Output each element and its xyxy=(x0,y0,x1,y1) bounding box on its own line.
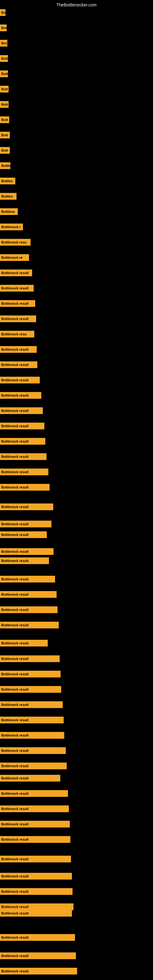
bottleneck-bar: Bottlen xyxy=(0,193,16,200)
bottleneck-bar: Bottleneck result xyxy=(0,836,70,843)
bottleneck-bar: Bottleneck result xyxy=(0,732,64,739)
bar-item: Bott xyxy=(0,55,8,62)
bar-item: Bottleneck result xyxy=(0,805,69,812)
bar-item: Bottleneck result xyxy=(0,968,77,975)
bottleneck-bar: Bottleneck r xyxy=(0,224,23,230)
bottleneck-bar: Bottleneck result xyxy=(0,821,70,827)
bar-item: Bottleneck r xyxy=(0,224,23,230)
bottleneck-bar: Bo xyxy=(0,9,5,16)
bottleneck-bar: Bott xyxy=(0,116,9,123)
bottleneck-bar: Bottleneck result xyxy=(0,392,41,399)
bar-item: Bottleneck result xyxy=(0,790,68,797)
bottleneck-bar: Bottleneck result xyxy=(0,686,61,693)
bottleneck-bar: Bottleneck result xyxy=(0,576,55,582)
bottleneck-bar: Bottleneck resu xyxy=(0,331,34,337)
bottleneck-bar: Bottleneck result xyxy=(0,856,71,862)
bar-item: Bottleneck result xyxy=(0,717,64,723)
bottleneck-bar: Bott xyxy=(0,101,9,108)
bottleneck-bar: Bottleneck result xyxy=(0,671,61,678)
bottleneck-bar: Bottleneck result xyxy=(0,300,35,307)
bottleneck-bar: Bottleneck result xyxy=(0,453,46,460)
bottleneck-bar: Bottleneck result xyxy=(0,520,51,527)
bottleneck-bar: Bottleneck result xyxy=(0,790,68,797)
bottleneck-bar: Bottleneck result xyxy=(0,953,76,959)
bar-item: Bottleneck result xyxy=(0,484,49,491)
bar-item: Bo xyxy=(0,9,5,16)
bar-item: Bottleneck result xyxy=(0,407,43,414)
bar-item: Bottleneck result xyxy=(0,934,75,941)
bottleneck-bar: Bottleneck result xyxy=(0,591,57,598)
bar-item: Bottleneck result xyxy=(0,300,35,307)
bar-item: Bottleneck result xyxy=(0,591,57,598)
bar-item: Bottleneck result xyxy=(0,548,54,555)
bottleneck-bar: Bottleneck result xyxy=(0,640,48,646)
bar-item: Bottleneck result xyxy=(0,775,60,781)
bar-item: Bottleneck result xyxy=(0,762,67,769)
bar-item: Bottleneck result xyxy=(0,377,40,383)
bar-item: Bottleneck result xyxy=(0,640,48,646)
bar-item: Bott xyxy=(0,116,9,123)
bottleneck-bar: Bottleneck result xyxy=(0,361,37,368)
bottleneck-bar: Bottleneck result xyxy=(0,904,73,910)
bottleneck-bar: Bottleneck result xyxy=(0,503,53,510)
bar-item: Bottleneck result xyxy=(0,606,57,613)
site-title: TheBottlenecker.com xyxy=(56,2,97,7)
bottleneck-bar: Bottleneck re xyxy=(0,254,29,261)
bottleneck-bar: Bott xyxy=(0,147,10,154)
bar-item: Bottleneck result xyxy=(0,873,72,880)
bar-item: Bottleneck result xyxy=(0,557,49,564)
bottleneck-bar: Bottlene xyxy=(0,208,18,215)
bottleneck-bar: Bottleneck result xyxy=(0,910,72,916)
bar-item: Bottleneck result xyxy=(0,423,45,430)
bar-item: Bott xyxy=(0,147,10,154)
bottleneck-bar: Bottleneck result xyxy=(0,873,72,880)
bar-item: Bottleneck result xyxy=(0,285,33,291)
bottleneck-bar: Bottleneck result xyxy=(0,484,49,491)
bottleneck-bar: Bot xyxy=(0,40,7,46)
bottleneck-bar: Bottleneck result xyxy=(0,775,60,781)
bottleneck-bar: Bottleneck result xyxy=(0,701,63,708)
bar-item: Bottleneck result xyxy=(0,747,66,754)
bottleneck-bar: Bottleneck result xyxy=(0,805,69,812)
bottleneck-bar: Bottleneck result xyxy=(0,934,75,941)
bottleneck-bar: Bott xyxy=(0,70,8,77)
bar-item: Bottleneck result xyxy=(0,671,61,678)
bar-item: Bott xyxy=(0,101,9,108)
bottleneck-bar: Bottleneck result xyxy=(0,407,43,414)
bottleneck-bar: Bottleneck result xyxy=(0,888,73,895)
bottleneck-bar: Bottleneck result xyxy=(0,762,67,769)
bar-item: Bottleneck result xyxy=(0,346,37,353)
bar-item: Bottleneck result xyxy=(0,686,61,693)
bar-item: Bottleneck resu xyxy=(0,239,30,246)
bar-item: Bottlen xyxy=(0,193,16,200)
bar-item: Bot xyxy=(0,40,7,46)
bottleneck-bar: Bottleneck result xyxy=(0,968,77,975)
bottleneck-bar: Bottleneck result xyxy=(0,747,66,754)
bar-item: Bottleneck re xyxy=(0,254,29,261)
bottleneck-bar: Bottleneck result xyxy=(0,622,59,628)
bottleneck-bar: Bottleneck result xyxy=(0,285,33,291)
bar-item: Bott xyxy=(0,132,10,138)
bottleneck-bar: Bottleneck result xyxy=(0,655,60,662)
bottleneck-bar: Bottleneck result xyxy=(0,606,57,613)
bar-item: Bottleneck result xyxy=(0,888,73,895)
bottleneck-bar: Bott xyxy=(0,132,10,138)
bar-item: Bottleneck result xyxy=(0,361,37,368)
bar-item: Bottleneck result xyxy=(0,701,63,708)
bar-item: Bottleneck result xyxy=(0,315,36,322)
bar-item: Bot xyxy=(0,24,7,31)
bar-item: Bottleneck result xyxy=(0,655,60,662)
bottleneck-bar: Bottleneck result xyxy=(0,531,47,538)
bar-item: Bottleneck resu xyxy=(0,331,34,337)
bottleneck-bar: Bottleneck result xyxy=(0,315,36,322)
bar-item: Bottleneck result xyxy=(0,392,41,399)
bar-item: Bottleneck result xyxy=(0,438,45,445)
bar-item: Bottleneck result xyxy=(0,503,53,510)
bottleneck-bar: Bottle xyxy=(0,162,10,169)
bottleneck-bar: Bottleneck result xyxy=(0,548,54,555)
bar-item: Bottleneck result xyxy=(0,856,71,862)
bar-item: Bottleneck result xyxy=(0,531,47,538)
bottleneck-bar: Bottleneck result xyxy=(0,438,45,445)
bar-item: Bottlene xyxy=(0,208,18,215)
bottleneck-bar: Bottleneck result xyxy=(0,717,64,723)
